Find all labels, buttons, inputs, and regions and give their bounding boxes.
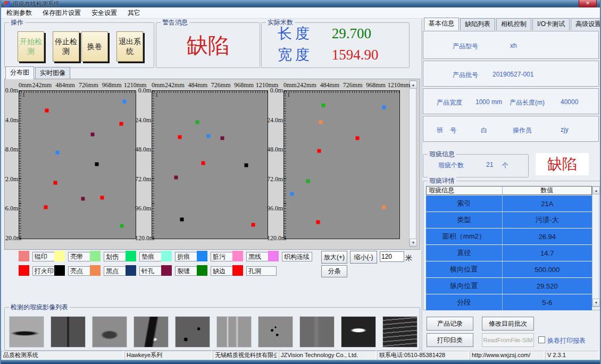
legend-swatch-辊印	[19, 251, 29, 261]
x-tick-label: 968mm	[102, 81, 122, 89]
meters-group: 实际米数 长度 29.700 宽度 1594.90	[261, 22, 410, 68]
meters-unit-label: 米	[405, 253, 412, 263]
stop-detect-button[interactable]: 停止检测	[53, 31, 79, 62]
product-record-button[interactable]: 产品记录	[427, 317, 473, 331]
table-scrollbar[interactable]: ▲ ▼	[592, 186, 599, 307]
defect-thumbnail[interactable]	[133, 316, 169, 348]
table-row[interactable]: 索引21A	[426, 196, 592, 211]
modify-batch-button[interactable]: 修改目前批次	[482, 317, 534, 331]
legend-swatch-孔洞	[232, 265, 243, 276]
view-tabstrip: 分布图 实时图像	[5, 69, 71, 79]
header-col-name: 瑕疵信息	[427, 187, 503, 194]
width-label: 宽度	[278, 45, 328, 64]
y-tick-label: 120.0m	[135, 234, 151, 242]
tab-相机控制[interactable]: 相机控制	[496, 18, 531, 30]
defect-thumbnail[interactable]	[175, 316, 210, 348]
table-row[interactable]: 横向位置500.000	[426, 261, 592, 277]
tab-distribution-map[interactable]: 分布图	[5, 66, 34, 79]
defect-point	[180, 218, 184, 222]
app-icon	[4, 1, 10, 7]
status-bar: 品质检测系统 Hawkeye系列 无锡精质视觉科技有限公司 JZVision T…	[1, 351, 600, 360]
defect-thumbnail[interactable]	[216, 316, 252, 348]
table-row[interactable]: 类型污渍-大	[426, 212, 592, 228]
read-from-file-button: ReadFromFile-SIM	[482, 333, 534, 347]
x-tick-label: 0mm	[283, 81, 297, 89]
menu-item-检测参数[interactable]: 检测参数	[1, 7, 37, 18]
menu-item-保存图片设置[interactable]: 保存图片设置	[37, 7, 86, 18]
start-detect-button[interactable]: 开始检测	[18, 31, 44, 62]
defect-point	[382, 206, 386, 209]
product-model-label: 产品型号	[453, 42, 478, 51]
table-row[interactable]: 直径14.7	[426, 245, 592, 261]
defect-thumbnail[interactable]	[92, 316, 127, 348]
defect-point	[174, 176, 178, 180]
y-tick-label: 96.0m	[4, 205, 18, 213]
tab-I/O卡测试[interactable]: I/O卡测试	[532, 18, 570, 30]
defect-alert: 缺陷	[536, 153, 589, 175]
y-tick-label: 48.0m	[4, 146, 18, 154]
defect-info-group-label: 瑕疵信息	[428, 150, 456, 158]
defect-point	[81, 197, 85, 200]
table-scroll-up-icon[interactable]: ▲	[592, 187, 600, 194]
defect-point	[252, 223, 255, 226]
table-row[interactable]: 面积（mm2）26.94	[426, 228, 592, 244]
y-tick-label: 96.0m	[135, 205, 151, 213]
row-label: 面积（mm2）	[426, 228, 503, 244]
legend-swatch-划伤	[90, 251, 101, 261]
tab-live-image[interactable]: 实时图像	[35, 67, 70, 79]
menu-item-安全设置[interactable]: 安全设置	[86, 7, 122, 18]
product-model-box: 产品型号 xh	[423, 31, 599, 59]
tab-高级设置[interactable]: 高级设置	[571, 18, 601, 30]
defect-point	[202, 161, 205, 165]
row-label: 直径	[426, 245, 503, 261]
zoom-in-button[interactable]: 放大(+)	[321, 251, 347, 264]
y-tick-label: 24.0m	[135, 116, 151, 124]
scroll-down-icon[interactable]: ▼	[410, 239, 417, 247]
defect-point	[244, 164, 248, 167]
plots-scrollbar[interactable]: ▲ ▼	[409, 80, 416, 247]
print-classify-button[interactable]: 打印归类	[427, 333, 473, 347]
defect-thumbnail[interactable]	[299, 316, 335, 348]
close-icon[interactable]: ✕	[579, 0, 597, 7]
menu-item-其它[interactable]: 其它	[122, 7, 146, 18]
defect-thumbnail[interactable]	[9, 316, 44, 348]
panel-divider	[421, 19, 422, 351]
length-label: 长度	[278, 24, 328, 43]
x-tick-label: 0mm	[152, 81, 165, 89]
y-tick-label: 96.0m	[267, 205, 283, 213]
defect-point	[178, 136, 182, 139]
meters-range-input[interactable]	[380, 251, 404, 262]
legend-label-织构连续: 织构连续	[282, 252, 312, 261]
y-tick-label: 48.0m	[267, 146, 283, 154]
status-phone: 联系电话:0510-85381428	[377, 351, 469, 360]
tab-基本信息[interactable]: 基本信息	[424, 18, 459, 30]
split-button[interactable]: 分条	[321, 265, 347, 277]
tab-缺陷列表[interactable]: 缺陷列表	[460, 18, 495, 30]
defect-point	[120, 224, 124, 227]
x-tick-label: 484mm	[188, 81, 207, 89]
y-tick-label: 72.0m	[267, 175, 283, 183]
change-roll-button[interactable]: 换卷	[81, 31, 108, 62]
status-series: Hawkeye系列	[124, 351, 212, 360]
y-tick-label: 120.0m	[4, 234, 18, 242]
zoom-out-button[interactable]: 缩小(-)	[350, 251, 377, 264]
y-tick-label: 0.0m	[4, 87, 18, 95]
x-tick-label: 484mm	[55, 81, 75, 89]
defect-thumbnail[interactable]	[51, 316, 86, 348]
table-scroll-down-icon[interactable]: ▼	[592, 299, 600, 307]
exit-system-button[interactable]: 退出系统	[116, 31, 143, 62]
defect-thumbnail[interactable]	[341, 316, 376, 348]
defect-thumbnail[interactable]	[258, 316, 293, 348]
status-company-cn: 无锡精质视觉科技有限公司	[213, 351, 278, 360]
x-tick-label: 726mm	[211, 81, 231, 89]
print-report-checkbox[interactable]	[538, 336, 545, 343]
y-tick-label: 0.0m	[135, 87, 151, 95]
defect-thumbnail[interactable]	[382, 316, 418, 348]
table-row[interactable]: 分段5-6	[426, 294, 592, 310]
defect-point	[123, 99, 127, 103]
legend-swatch-黑线	[232, 251, 243, 261]
scroll-up-icon[interactable]: ▲	[410, 81, 417, 89]
table-row[interactable]: 纵向位置29.520	[426, 278, 592, 294]
row-value: 500.000	[503, 261, 592, 277]
defect-count-value: 21	[486, 161, 493, 168]
